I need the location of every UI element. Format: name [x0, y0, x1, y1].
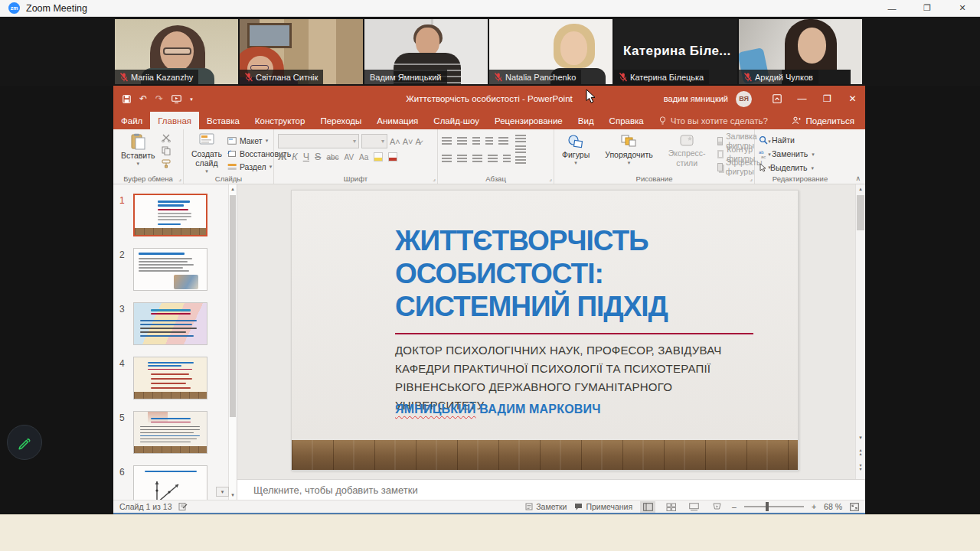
numbering-button[interactable]	[457, 137, 467, 145]
ppt-close-button[interactable]: ✕	[840, 86, 865, 112]
new-slide-button[interactable]: Создать слайд ▾	[188, 132, 226, 174]
slide-thumbnail-3[interactable]	[133, 302, 207, 345]
tab-transitions[interactable]: Переходы	[312, 112, 369, 129]
zoom-level[interactable]: 68 %	[824, 502, 842, 511]
participant-tile[interactable]: Світлана Ситнік	[240, 19, 363, 84]
character-spacing-button[interactable]: AV	[345, 153, 354, 161]
fit-slide-icon[interactable]	[850, 503, 859, 511]
dialog-launcher-icon[interactable]: ⌟	[549, 175, 552, 182]
align-center-button[interactable]	[457, 155, 467, 162]
format-painter-icon[interactable]	[162, 159, 171, 168]
decrease-indent-button[interactable]	[472, 137, 480, 145]
slide-canvas[interactable]: ЖИТТЄТВОРЧІСТЬ ОСОБИСТОСТІ: СИСТЕМНИЙ ПІ…	[237, 184, 865, 479]
comments-toggle-button[interactable]: Примечания	[574, 502, 632, 511]
slide-thumbnail-2[interactable]	[133, 248, 207, 291]
scroll-up-icon[interactable]: ▴	[856, 184, 865, 194]
participant-tile[interactable]: Катерина Біле... Катерина Білецька	[614, 19, 737, 84]
notes-pane[interactable]: Щелкните, чтобы добавить заметки	[237, 479, 865, 500]
save-icon[interactable]	[122, 95, 131, 103]
columns-button[interactable]	[503, 155, 511, 162]
slide-thumbnail-1[interactable]	[133, 194, 207, 236]
slide-author[interactable]: ЯМНИЦЬКИЙ ВАДИМ МАРКОВИЧ	[395, 403, 601, 416]
text-direction-button[interactable]	[515, 135, 526, 142]
bullets-button[interactable]	[442, 137, 452, 145]
select-button[interactable]: Выделить ▾	[759, 161, 841, 174]
participant-tile[interactable]: Mariia Kazanzhy	[115, 19, 238, 84]
tab-file[interactable]: Файл	[113, 112, 150, 129]
replace-button[interactable]: abac Заменить ▾	[759, 148, 841, 160]
tab-design[interactable]: Конструктор	[247, 112, 313, 129]
paste-button[interactable]: Вставить ▾	[117, 132, 159, 170]
undo-icon[interactable]: ↶	[139, 93, 147, 104]
strikethrough-button[interactable]: S	[315, 152, 321, 162]
zoom-slider-thumb[interactable]	[766, 502, 769, 511]
ppt-minimize-button[interactable]: —	[789, 86, 815, 112]
quick-styles-button[interactable]: Экспресс- стили	[665, 133, 710, 172]
cut-icon[interactable]	[162, 134, 172, 142]
dialog-launcher-icon[interactable]: ⌟	[178, 175, 181, 182]
arrange-button[interactable]: Упорядочить ▾	[601, 133, 656, 172]
collapse-ribbon-button[interactable]: ∧	[855, 174, 861, 182]
slide-thumbnail-5[interactable]	[133, 411, 207, 454]
tab-animations[interactable]: Анимация	[369, 112, 426, 129]
align-text-button[interactable]	[515, 145, 526, 153]
tab-slideshow[interactable]: Слайд-шоу	[426, 112, 487, 129]
zoom-in-button[interactable]: +	[812, 502, 816, 511]
account-avatar[interactable]: ВЯ	[736, 91, 752, 107]
current-slide[interactable]: ЖИТТЄТВОРЧІСТЬ ОСОБИСТОСТІ: СИСТЕМНИЙ ПІ…	[291, 190, 799, 471]
slide-sorter-view-button[interactable]	[663, 501, 678, 513]
ribbon-display-options-button[interactable]	[764, 86, 789, 112]
italic-button[interactable]: К	[292, 152, 297, 162]
notes-toggle-button[interactable]: Заметки	[525, 502, 567, 511]
tab-review[interactable]: Рецензирование	[487, 112, 570, 129]
slide-thumbnail-6[interactable]	[133, 465, 207, 500]
reading-view-button[interactable]	[686, 501, 701, 513]
bold-button[interactable]: Ж	[278, 152, 286, 162]
line-spacing-button[interactable]	[498, 137, 508, 145]
tab-view[interactable]: Вид	[570, 112, 602, 129]
font-name-combobox[interactable]: ▾	[278, 134, 359, 148]
zoom-slider[interactable]	[744, 506, 804, 507]
participant-tile-active-speaker[interactable]: Вадим Ямницький	[364, 19, 488, 84]
participant-tile[interactable]: Аркдий Чулков	[739, 19, 862, 84]
font-color-button[interactable]	[388, 152, 397, 161]
highlight-color-button[interactable]	[374, 152, 383, 161]
scrollbar-thumb[interactable]	[230, 195, 236, 417]
shapes-button[interactable]: Фигуры ▾	[558, 133, 593, 172]
account-name[interactable]: вадим ямницкий	[664, 94, 728, 103]
editor-scrollbar[interactable]: ▴ ▾ ▴▴ ▾▾	[855, 184, 865, 479]
close-button[interactable]: ✕	[945, 0, 980, 16]
dialog-launcher-icon[interactable]: ⌟	[433, 175, 436, 182]
annotation-pencil-button[interactable]	[7, 425, 42, 460]
tab-help[interactable]: Справка	[602, 112, 652, 129]
next-slide-button[interactable]: ▾▾	[856, 464, 865, 471]
tab-insert[interactable]: Вставка	[199, 112, 247, 129]
share-button[interactable]: Поделиться	[781, 112, 865, 129]
ppt-restore-button[interactable]: ❐	[815, 86, 840, 112]
slide-title[interactable]: ЖИТТЄТВОРЧІСТЬ ОСОБИСТОСТІ: СИСТЕМНИЙ ПІ…	[395, 224, 668, 323]
maximize-button[interactable]: ❐	[910, 0, 945, 16]
increase-font-button[interactable]: A˄	[390, 137, 400, 146]
participant-tile[interactable]: Natalia Panchenko	[489, 19, 612, 84]
find-button[interactable]: Найти	[759, 134, 841, 146]
change-case-button[interactable]: Aa	[359, 153, 368, 161]
panel-collapse-button[interactable]: ▾	[216, 487, 229, 497]
convert-smartart-button[interactable]	[515, 156, 526, 164]
decrease-font-button[interactable]: A˅	[403, 137, 413, 146]
scroll-down-icon[interactable]: ▾	[229, 491, 237, 500]
increase-indent-button[interactable]	[485, 137, 493, 145]
underline-button[interactable]: Ч	[303, 152, 309, 162]
align-right-button[interactable]	[472, 155, 482, 162]
scroll-down-icon[interactable]: ▾	[856, 433, 865, 442]
qat-customize-caret[interactable]: ▾	[190, 96, 193, 102]
thumbnails-scrollbar[interactable]: ▴ ▾	[228, 184, 237, 500]
slideshow-view-button[interactable]	[709, 501, 724, 513]
tab-home[interactable]: Главная	[150, 112, 199, 129]
start-slideshow-icon[interactable]	[172, 95, 181, 103]
font-size-combobox[interactable]: ▾	[361, 134, 387, 148]
clear-formatting-button[interactable]: A̷	[416, 137, 421, 146]
scrollbar-thumb[interactable]	[857, 195, 864, 230]
normal-view-button[interactable]	[640, 501, 655, 513]
previous-slide-button[interactable]: ▴▴	[856, 448, 865, 456]
tell-me-search[interactable]: Что вы хотите сделать?	[659, 112, 768, 129]
